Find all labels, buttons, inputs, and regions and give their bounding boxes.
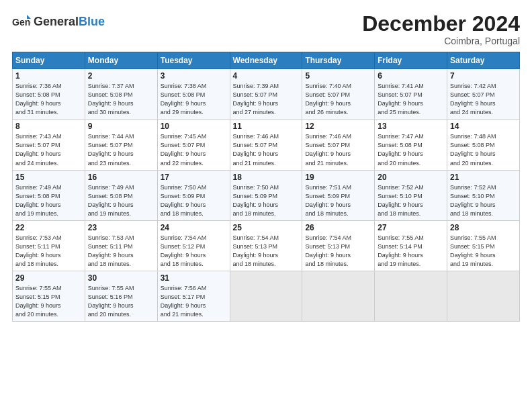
calendar-cell: 4Sunrise: 7:39 AM Sunset: 5:07 PM Daylig…	[230, 69, 302, 120]
logo-icon: General	[12, 12, 31, 31]
day-number: 2	[88, 71, 154, 81]
calendar-cell: 5Sunrise: 7:40 AM Sunset: 5:07 PM Daylig…	[302, 69, 375, 120]
calendar-cell	[230, 271, 302, 321]
day-info: Sunrise: 7:56 AM Sunset: 5:17 PM Dayligh…	[161, 284, 227, 319]
weekday-header: Thursday	[302, 52, 375, 69]
day-number: 7	[450, 71, 517, 81]
calendar-cell: 27Sunrise: 7:55 AM Sunset: 5:14 PM Dayli…	[375, 220, 447, 271]
day-info: Sunrise: 7:46 AM Sunset: 5:07 PM Dayligh…	[233, 132, 300, 167]
day-info: Sunrise: 7:42 AM Sunset: 5:07 PM Dayligh…	[450, 82, 517, 117]
calendar-cell: 10Sunrise: 7:45 AM Sunset: 5:07 PM Dayli…	[157, 120, 230, 170]
day-info: Sunrise: 7:47 AM Sunset: 5:08 PM Dayligh…	[378, 132, 444, 167]
calendar-cell	[375, 271, 447, 321]
calendar-cell: 13Sunrise: 7:47 AM Sunset: 5:08 PM Dayli…	[375, 120, 447, 170]
calendar-cell: 1Sunrise: 7:36 AM Sunset: 5:08 PM Daylig…	[13, 69, 85, 120]
day-number: 11	[233, 122, 300, 131]
day-info: Sunrise: 7:50 AM Sunset: 5:09 PM Dayligh…	[161, 183, 227, 218]
calendar-cell: 26Sunrise: 7:54 AM Sunset: 5:13 PM Dayli…	[302, 220, 375, 271]
calendar-cell	[302, 271, 375, 321]
calendar-cell: 6Sunrise: 7:41 AM Sunset: 5:07 PM Daylig…	[375, 69, 447, 120]
header: General GeneralBlue December 2024 Coimbr…	[12, 12, 520, 46]
day-info: Sunrise: 7:52 AM Sunset: 5:10 PM Dayligh…	[450, 183, 517, 218]
day-number: 23	[88, 223, 154, 232]
day-number: 9	[88, 122, 154, 131]
calendar-cell: 3Sunrise: 7:38 AM Sunset: 5:08 PM Daylig…	[157, 69, 230, 120]
day-info: Sunrise: 7:44 AM Sunset: 5:07 PM Dayligh…	[88, 132, 154, 167]
calendar-cell: 8Sunrise: 7:43 AM Sunset: 5:07 PM Daylig…	[13, 120, 85, 170]
day-info: Sunrise: 7:38 AM Sunset: 5:08 PM Dayligh…	[161, 82, 227, 117]
day-number: 1	[15, 71, 82, 81]
calendar-cell: 17Sunrise: 7:50 AM Sunset: 5:09 PM Dayli…	[157, 170, 230, 220]
day-number: 18	[233, 173, 300, 182]
day-number: 30	[88, 273, 154, 283]
calendar-cell: 28Sunrise: 7:55 AM Sunset: 5:15 PM Dayli…	[447, 220, 520, 271]
day-info: Sunrise: 7:55 AM Sunset: 5:15 PM Dayligh…	[450, 234, 517, 269]
calendar-cell: 16Sunrise: 7:49 AM Sunset: 5:08 PM Dayli…	[85, 170, 157, 220]
calendar-cell: 14Sunrise: 7:48 AM Sunset: 5:08 PM Dayli…	[447, 120, 520, 170]
day-number: 28	[450, 223, 517, 232]
day-number: 24	[161, 223, 227, 232]
day-info: Sunrise: 7:43 AM Sunset: 5:07 PM Dayligh…	[15, 132, 82, 167]
day-info: Sunrise: 7:49 AM Sunset: 5:08 PM Dayligh…	[88, 183, 154, 218]
day-number: 4	[233, 71, 300, 81]
day-number: 22	[15, 223, 82, 232]
day-number: 3	[161, 71, 227, 81]
day-info: Sunrise: 7:55 AM Sunset: 5:16 PM Dayligh…	[88, 284, 154, 319]
day-info: Sunrise: 7:45 AM Sunset: 5:07 PM Dayligh…	[161, 132, 227, 167]
day-number: 27	[378, 223, 444, 232]
day-number: 5	[305, 71, 371, 81]
day-number: 26	[305, 223, 371, 232]
calendar-header: SundayMondayTuesdayWednesdayThursdayFrid…	[13, 52, 520, 69]
calendar-cell: 11Sunrise: 7:46 AM Sunset: 5:07 PM Dayli…	[230, 120, 302, 170]
day-info: Sunrise: 7:41 AM Sunset: 5:07 PM Dayligh…	[378, 82, 444, 117]
calendar-cell: 29Sunrise: 7:55 AM Sunset: 5:15 PM Dayli…	[13, 271, 85, 321]
day-info: Sunrise: 7:39 AM Sunset: 5:07 PM Dayligh…	[233, 82, 300, 117]
calendar-container: General GeneralBlue December 2024 Coimbr…	[0, 0, 532, 328]
calendar-cell: 31Sunrise: 7:56 AM Sunset: 5:17 PM Dayli…	[157, 271, 230, 321]
day-number: 16	[88, 173, 154, 182]
weekday-header: Monday	[85, 52, 157, 69]
day-number: 25	[233, 223, 300, 232]
calendar-cell: 19Sunrise: 7:51 AM Sunset: 5:09 PM Dayli…	[302, 170, 375, 220]
day-info: Sunrise: 7:54 AM Sunset: 5:12 PM Dayligh…	[161, 234, 227, 269]
day-info: Sunrise: 7:53 AM Sunset: 5:11 PM Dayligh…	[15, 234, 82, 269]
day-info: Sunrise: 7:37 AM Sunset: 5:08 PM Dayligh…	[88, 82, 154, 117]
calendar-cell: 25Sunrise: 7:54 AM Sunset: 5:13 PM Dayli…	[230, 220, 302, 271]
calendar-cell: 24Sunrise: 7:54 AM Sunset: 5:12 PM Dayli…	[157, 220, 230, 271]
calendar-cell: 21Sunrise: 7:52 AM Sunset: 5:10 PM Dayli…	[447, 170, 520, 220]
calendar-table: SundayMondayTuesdayWednesdayThursdayFrid…	[12, 52, 520, 322]
day-info: Sunrise: 7:46 AM Sunset: 5:07 PM Dayligh…	[305, 132, 371, 167]
day-number: 20	[378, 173, 444, 182]
day-number: 21	[450, 173, 517, 182]
day-number: 19	[305, 173, 371, 182]
calendar-cell: 15Sunrise: 7:49 AM Sunset: 5:08 PM Dayli…	[13, 170, 85, 220]
weekday-header: Friday	[375, 52, 447, 69]
day-info: Sunrise: 7:36 AM Sunset: 5:08 PM Dayligh…	[15, 82, 82, 117]
calendar-cell: 22Sunrise: 7:53 AM Sunset: 5:11 PM Dayli…	[13, 220, 85, 271]
day-info: Sunrise: 7:40 AM Sunset: 5:07 PM Dayligh…	[305, 82, 371, 117]
calendar-cell: 12Sunrise: 7:46 AM Sunset: 5:07 PM Dayli…	[302, 120, 375, 170]
day-info: Sunrise: 7:54 AM Sunset: 5:13 PM Dayligh…	[233, 234, 300, 269]
weekday-header: Wednesday	[230, 52, 302, 69]
weekday-header: Tuesday	[157, 52, 230, 69]
day-info: Sunrise: 7:50 AM Sunset: 5:09 PM Dayligh…	[233, 183, 300, 218]
day-number: 17	[161, 173, 227, 182]
calendar-cell: 30Sunrise: 7:55 AM Sunset: 5:16 PM Dayli…	[85, 271, 157, 321]
day-number: 15	[15, 173, 82, 182]
calendar-cell: 9Sunrise: 7:44 AM Sunset: 5:07 PM Daylig…	[85, 120, 157, 170]
day-info: Sunrise: 7:54 AM Sunset: 5:13 PM Dayligh…	[305, 234, 371, 269]
day-number: 6	[378, 71, 444, 81]
day-number: 12	[305, 122, 371, 131]
day-info: Sunrise: 7:51 AM Sunset: 5:09 PM Dayligh…	[305, 183, 371, 218]
calendar-cell: 20Sunrise: 7:52 AM Sunset: 5:10 PM Dayli…	[375, 170, 447, 220]
day-info: Sunrise: 7:52 AM Sunset: 5:10 PM Dayligh…	[378, 183, 444, 218]
calendar-cell: 2Sunrise: 7:37 AM Sunset: 5:08 PM Daylig…	[85, 69, 157, 120]
day-number: 8	[15, 122, 82, 131]
day-number: 29	[15, 273, 82, 283]
logo-general-text: General	[34, 15, 79, 29]
day-number: 14	[450, 122, 517, 131]
month-title: December 2024	[362, 12, 520, 36]
calendar-body: 1Sunrise: 7:36 AM Sunset: 5:08 PM Daylig…	[13, 69, 520, 322]
logo: General GeneralBlue	[12, 12, 105, 31]
calendar-cell	[447, 271, 520, 321]
